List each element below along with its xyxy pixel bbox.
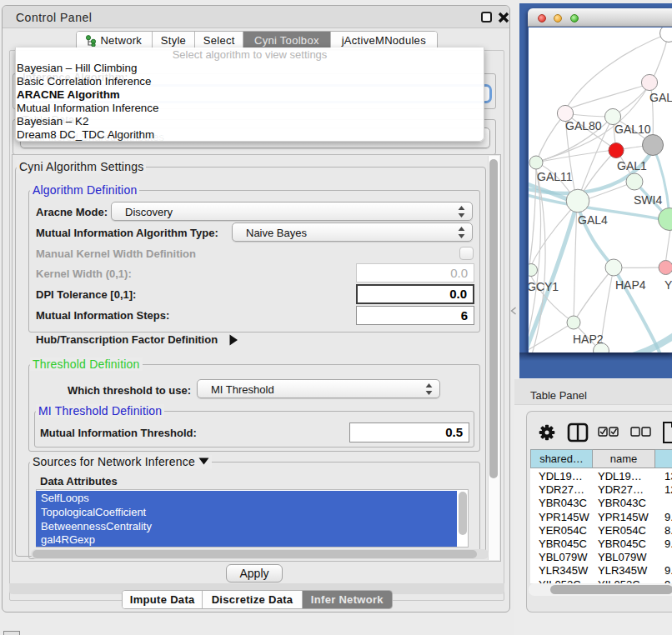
svg-text:GAL11: GAL11	[537, 170, 573, 183]
svg-text:HAP2: HAP2	[573, 332, 604, 346]
svg-text:GAL10: GAL10	[614, 122, 651, 136]
svg-text:GAL7: GAL7	[649, 91, 672, 104]
svg-text:Y: Y	[664, 278, 672, 292]
svg-text:GAL80: GAL80	[565, 119, 602, 132]
svg-text:GCY1: GCY1	[529, 280, 559, 293]
svg-text:SWI4: SWI4	[634, 193, 662, 207]
svg-text:GAL4: GAL4	[578, 213, 608, 227]
svg-text:GAL1: GAL1	[617, 159, 647, 172]
svg-text:HAP4: HAP4	[615, 278, 646, 292]
